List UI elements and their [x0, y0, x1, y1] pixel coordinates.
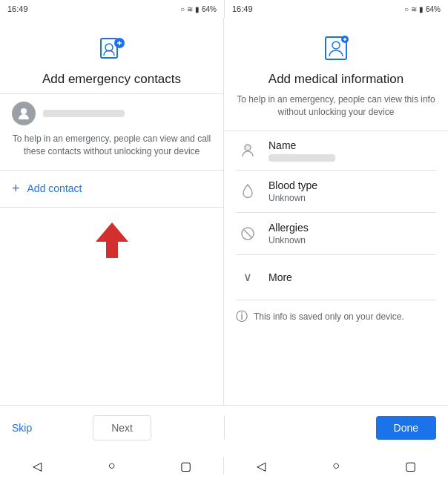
info-text: This info is saved only on your device. — [254, 311, 404, 322]
blood-type-content: Blood type Unknown — [269, 179, 436, 203]
back-button[interactable]: ◁ — [28, 457, 46, 475]
allergies-icon-container — [236, 222, 260, 245]
chevron-down-icon: ∨ — [236, 265, 260, 289]
user-row — [12, 94, 211, 133]
right-battery-percent: 64% — [426, 5, 441, 13]
battery-icon: ▮ — [195, 5, 200, 13]
allergies-item[interactable]: Allergies Unknown — [236, 213, 436, 255]
add-icon: + — [12, 181, 20, 197]
recent-button[interactable]: ▢ — [177, 457, 195, 475]
right-wifi-icon: ≋ — [411, 5, 417, 13]
home-button-2[interactable]: ○ — [327, 457, 345, 475]
svg-point-12 — [246, 145, 251, 150]
right-battery-icon: ▮ — [419, 5, 424, 13]
blood-type-icon-container — [236, 179, 260, 203]
arrow-head — [96, 222, 128, 242]
battery-percent: 64% — [202, 5, 217, 13]
name-icon-container — [236, 139, 260, 162]
avatar — [12, 102, 36, 125]
name-value-placeholder — [269, 154, 335, 162]
svg-line-14 — [243, 229, 251, 237]
left-panel: Add emergency contacts To help in an eme… — [0, 18, 224, 405]
home-button[interactable]: ○ — [102, 457, 120, 475]
bottom-bar-right: Done — [224, 416, 436, 440]
recent-icon: ▢ — [180, 459, 191, 473]
home-icon: ○ — [108, 459, 116, 472]
alarm-icon: ○ — [180, 5, 185, 13]
bottom-bar: Skip Next Done — [0, 405, 448, 449]
right-panel-icon-container — [236, 33, 436, 62]
blood-type-value: Unknown — [269, 193, 436, 203]
back-icon: ◁ — [33, 459, 42, 473]
home-icon-2: ○ — [332, 459, 340, 472]
left-time: 16:49 — [7, 4, 28, 13]
left-status-bar: 16:49 ○ ≋ ▮ 64% — [0, 0, 224, 18]
nav-bar-right: ◁ ○ ▢ — [224, 457, 448, 475]
right-panel: Add medical information To help in an em… — [224, 18, 448, 405]
right-status-bar: 16:49 ○ ≋ ▮ 64% — [224, 0, 448, 18]
allergies-content: Allergies Unknown — [269, 222, 436, 245]
recent-icon-2: ▢ — [405, 459, 416, 473]
allergies-label: Allergies — [269, 222, 436, 234]
blood-type-item[interactable]: Blood type Unknown — [236, 171, 436, 213]
recent-button-2[interactable]: ▢ — [402, 457, 420, 475]
more-label: More — [269, 271, 292, 283]
arrow-container — [12, 208, 211, 273]
red-up-arrow — [96, 222, 128, 258]
skip-button[interactable]: Skip — [12, 422, 32, 434]
left-panel-title: Add emergency contacts — [12, 71, 211, 88]
info-row: ⓘ This info is saved only on your device… — [236, 300, 436, 334]
allergies-value: Unknown — [269, 235, 436, 245]
right-panel-subtitle: To help in an emergency, people can view… — [236, 93, 436, 119]
left-panel-icon-container — [12, 33, 211, 62]
right-panel-title: Add medical information — [236, 71, 436, 88]
allergies-icon — [239, 225, 257, 242]
medical-info-icon — [321, 33, 351, 62]
info-icon: ⓘ — [236, 309, 248, 325]
wifi-icon: ≋ — [187, 5, 193, 13]
person-icon — [239, 142, 257, 159]
add-contact-label: Add contact — [27, 182, 82, 194]
name-item[interactable]: Name — [236, 131, 436, 171]
name-label: Name — [269, 139, 436, 151]
svg-point-5 — [21, 108, 27, 114]
back-icon-2: ◁ — [257, 459, 266, 473]
more-row[interactable]: ∨ More — [236, 255, 436, 300]
done-button[interactable]: Done — [376, 416, 436, 440]
nav-bar: ◁ ○ ▢ ◁ ○ ▢ — [0, 449, 448, 482]
back-button-2[interactable]: ◁ — [252, 457, 270, 475]
bottom-bar-left: Skip Next — [12, 415, 224, 440]
add-contact-row[interactable]: + Add contact — [12, 171, 211, 207]
left-panel-subtitle: To help in an emergency, people can view… — [12, 133, 211, 158]
nav-bar-left: ◁ ○ ▢ — [0, 457, 224, 475]
blood-type-icon — [239, 182, 257, 200]
name-content: Name — [269, 139, 436, 162]
svg-point-7 — [332, 42, 340, 49]
blood-type-label: Blood type — [269, 179, 436, 191]
emergency-contacts-icon — [97, 33, 127, 62]
arrow-shaft — [106, 242, 118, 258]
user-name-placeholder — [43, 110, 125, 117]
right-time: 16:49 — [232, 4, 253, 13]
next-button[interactable]: Next — [93, 415, 151, 440]
right-alarm-icon: ○ — [404, 5, 409, 13]
